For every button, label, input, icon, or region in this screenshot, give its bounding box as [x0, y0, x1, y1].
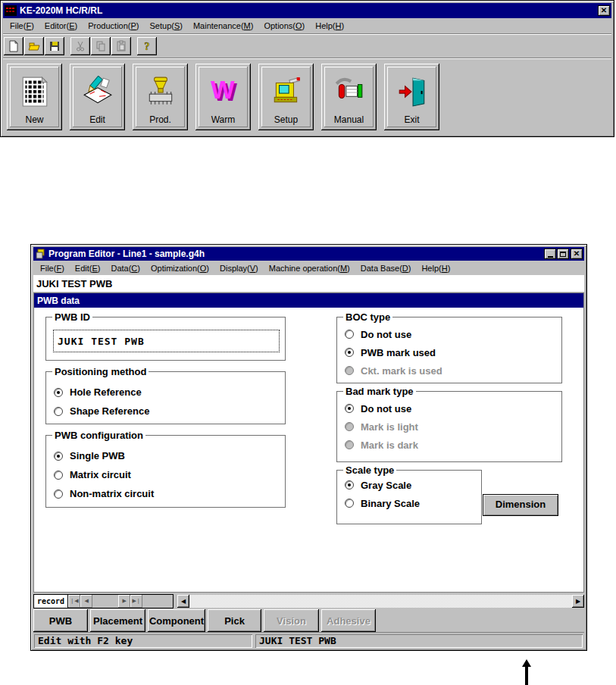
group-label: Positioning method [52, 366, 149, 377]
radio-shape-reference[interactable]: Shape Reference [54, 402, 285, 421]
group-label: PWB ID [52, 311, 92, 323]
status-hint: Edit with F2 key [34, 634, 252, 648]
launcher-window-title: KE-2020M HC/R/RL [20, 5, 597, 16]
tab-pick[interactable]: Pick [208, 609, 261, 632]
open-folder-icon[interactable] [24, 37, 44, 55]
bigbutton-label: Edit [89, 114, 105, 125]
radio-label: Ckt. mark is used [361, 365, 442, 377]
svg-text:?: ? [145, 41, 150, 52]
launcher-window: KE-2020M HC/R/RL ✕ File(F) Editor(E) Pro… [0, 0, 614, 137]
radio-ckt-mark-used: Ckt. mark is used [345, 361, 561, 380]
warm-w-icon: W W [208, 69, 239, 114]
menu-data[interactable]: Data(C) [105, 264, 145, 273]
new-file-icon[interactable] [4, 37, 23, 55]
radio-single-pwb[interactable]: Single PWB [54, 446, 285, 465]
exit-button[interactable]: Exit [384, 64, 439, 130]
radio-label: Mark is light [361, 421, 418, 433]
menu-machine-operation[interactable]: Machine operation(M) [264, 264, 355, 273]
radio-label: PWB mark used [361, 347, 436, 358]
radio-matrix-circuit[interactable]: Matrix circuit [54, 465, 285, 484]
prod-button[interactable]: Prod. [133, 64, 188, 130]
group-boc-type: BOC type Do not use PWB mark used Ckt. m… [336, 317, 562, 383]
save-icon[interactable] [45, 37, 64, 55]
radio-pwb-mark-used[interactable]: PWB mark used [345, 343, 561, 361]
setup-button[interactable]: Setup [258, 64, 314, 130]
launcher-bigbuttons: New Edit [3, 59, 611, 130]
edit-button[interactable]: Edit [70, 64, 125, 130]
record-last-button[interactable]: ▶❘ [130, 595, 142, 608]
pwb-id-field[interactable]: JUKI TEST PWB [53, 330, 280, 352]
radio-non-matrix-circuit[interactable]: Non-matrix circuit [54, 484, 285, 503]
menu-production[interactable]: Production(P) [83, 21, 144, 30]
radio-binary-scale[interactable]: Binary Scale [345, 494, 481, 512]
menu-maintenance[interactable]: Maintenance(M) [188, 21, 259, 30]
scroll-right-arrow[interactable]: ▶ [572, 595, 584, 608]
pwb-data-panel: PWB data PWB ID JUKI TEST PWB Positionin… [33, 292, 584, 593]
radio-icon [54, 407, 63, 416]
bigbutton-label: Warm [211, 114, 236, 125]
close-button[interactable]: ✕ [571, 249, 583, 259]
radio-label: Shape Reference [70, 405, 150, 417]
editor-tabs: PWB Placement Component Pick Vision Adhe… [33, 608, 584, 632]
dimension-button[interactable]: Dimension [483, 494, 558, 516]
radio-label: Non-matrix circuit [70, 488, 154, 499]
radio-label: Mark is dark [361, 439, 418, 451]
menu-edit[interactable]: Edit(E) [70, 264, 106, 273]
record-label: record [34, 595, 68, 608]
maximize-button[interactable] [557, 249, 569, 259]
menu-help[interactable]: Help(H) [310, 21, 349, 30]
radio-badmark-do-not-use[interactable]: Do not use [345, 399, 561, 418]
minimize-button[interactable] [544, 249, 556, 259]
group-pwb-configuration: PWB configuration Single PWB Matrix circ… [45, 435, 286, 508]
radio-label: Binary Scale [361, 498, 420, 509]
radio-icon [54, 388, 63, 397]
scroll-left-arrow[interactable]: ◀ [177, 595, 189, 608]
menu-data-base[interactable]: Data Base(D) [355, 264, 417, 273]
tab-placement[interactable]: Placement [90, 609, 145, 632]
new-grid-icon [19, 69, 51, 114]
warm-button[interactable]: W W Warm [195, 64, 251, 130]
radio-gray-scale[interactable]: Gray Scale [345, 476, 481, 494]
tab-pwb[interactable]: PWB [33, 609, 88, 632]
record-first-button[interactable]: ❘◀ [68, 595, 80, 608]
setup-machine-icon [270, 69, 302, 114]
record-next-button[interactable]: ▶ [118, 595, 130, 608]
menu-optimization[interactable]: Optimization(O) [145, 264, 214, 273]
record-gap [92, 595, 118, 608]
bigbutton-label: Manual [334, 114, 364, 125]
menu-options[interactable]: Options(O) [258, 21, 310, 30]
manual-button[interactable]: Manual [321, 64, 377, 130]
horizontal-scrollbar-track[interactable] [189, 595, 572, 608]
radio-icon [54, 471, 63, 480]
bigbutton-label: Prod. [149, 114, 171, 125]
menu-help[interactable]: Help(H) [416, 264, 455, 273]
bigbutton-label: Setup [274, 114, 298, 125]
editor-titlebar[interactable]: Program Editor - Line1 - sample.g4h ✕ [33, 247, 584, 261]
radio-label: Matrix circuit [70, 469, 131, 480]
radio-boc-do-not-use[interactable]: Do not use [345, 325, 561, 343]
radio-hole-reference[interactable]: Hole Reference [54, 383, 285, 402]
record-prev-button[interactable]: ◀ [80, 595, 92, 608]
radio-icon [345, 422, 354, 431]
menu-file[interactable]: File(F) [5, 21, 39, 30]
new-button[interactable]: New [7, 64, 62, 130]
close-button[interactable]: ✕ [598, 5, 610, 16]
menu-editor[interactable]: Editor(E) [39, 21, 83, 30]
tab-component[interactable]: Component [148, 609, 205, 632]
tab-adhesive: Adhesive [321, 609, 376, 632]
launcher-titlebar[interactable]: KE-2020M HC/R/RL ✕ [3, 3, 611, 18]
help-icon[interactable]: ? [137, 37, 157, 55]
group-positioning-method: Positioning method Hole Reference Shape … [45, 371, 286, 424]
radio-label: Hole Reference [70, 386, 142, 398]
panel-title: PWB data [34, 293, 583, 308]
menu-setup[interactable]: Setup(S) [145, 21, 188, 30]
bigbutton-label: New [25, 114, 43, 125]
app-icon [5, 5, 17, 16]
radio-icon [345, 330, 354, 339]
menu-display[interactable]: Display(V) [214, 264, 264, 273]
menu-file[interactable]: File(F) [35, 264, 70, 273]
radio-label: Single PWB [70, 450, 125, 461]
toolbar-separator [65, 37, 70, 55]
radio-icon [345, 440, 354, 449]
status-pwb-name: JUKI TEST PWB [255, 634, 583, 648]
